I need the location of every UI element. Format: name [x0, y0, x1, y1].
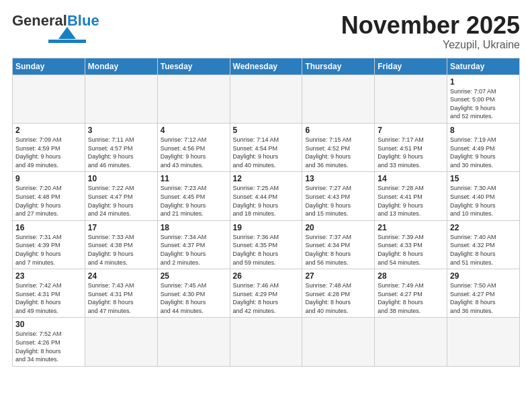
day-number: 30 — [15, 320, 82, 329]
table-row: 10Sunrise: 7:22 AM Sunset: 4:47 PM Dayli… — [85, 172, 157, 220]
day-number: 18 — [161, 223, 227, 232]
table-row — [375, 75, 447, 123]
table-row: 13Sunrise: 7:27 AM Sunset: 4:43 PM Dayli… — [302, 172, 375, 220]
day-info: Sunrise: 7:48 AM Sunset: 4:28 PM Dayligh… — [305, 281, 371, 315]
day-info: Sunrise: 7:19 AM Sunset: 4:49 PM Dayligh… — [450, 136, 517, 169]
table-row: 6Sunrise: 7:15 AM Sunset: 4:52 PM Daylig… — [302, 123, 375, 171]
table-row — [157, 75, 230, 123]
table-row — [230, 75, 302, 123]
table-row — [13, 75, 85, 123]
title-block: November 2025 Yezupil, Ukraine — [341, 12, 520, 51]
day-number: 27 — [305, 271, 371, 281]
day-info: Sunrise: 7:46 AM Sunset: 4:29 PM Dayligh… — [233, 281, 300, 315]
day-number: 26 — [233, 271, 300, 281]
day-info: Sunrise: 7:14 AM Sunset: 4:54 PM Dayligh… — [233, 136, 300, 169]
day-info: Sunrise: 7:12 AM Sunset: 4:56 PM Dayligh… — [161, 136, 227, 169]
header-tuesday: Tuesday — [157, 58, 230, 75]
header-thursday: Thursday — [302, 58, 375, 75]
table-row: 4Sunrise: 7:12 AM Sunset: 4:56 PM Daylig… — [157, 123, 230, 171]
table-row — [85, 318, 157, 366]
table-row — [157, 318, 230, 366]
header-friday: Friday — [375, 58, 447, 75]
page: General Blue November 2025 Yezupil, Ukra… — [0, 0, 532, 411]
day-number: 15 — [450, 174, 517, 183]
day-number: 8 — [450, 126, 517, 135]
table-row: 29Sunrise: 7:50 AM Sunset: 4:27 PM Dayli… — [447, 269, 520, 318]
table-row: 15Sunrise: 7:30 AM Sunset: 4:40 PM Dayli… — [447, 172, 520, 220]
table-row: 5Sunrise: 7:14 AM Sunset: 4:54 PM Daylig… — [230, 123, 302, 171]
table-row: 24Sunrise: 7:43 AM Sunset: 4:31 PM Dayli… — [85, 269, 157, 318]
day-info: Sunrise: 7:33 AM Sunset: 4:38 PM Dayligh… — [88, 233, 154, 267]
table-row: 17Sunrise: 7:33 AM Sunset: 4:38 PM Dayli… — [85, 220, 157, 269]
table-row: 30Sunrise: 7:52 AM Sunset: 4:26 PM Dayli… — [13, 318, 85, 366]
day-info: Sunrise: 7:07 AM Sunset: 5:00 PM Dayligh… — [450, 87, 517, 121]
day-number: 7 — [378, 126, 444, 135]
day-number: 14 — [378, 174, 444, 183]
day-number: 2 — [15, 126, 82, 135]
day-number: 22 — [450, 223, 517, 232]
day-number: 13 — [305, 174, 371, 183]
table-row: 1Sunrise: 7:07 AM Sunset: 5:00 PM Daylig… — [447, 75, 520, 123]
table-row: 28Sunrise: 7:49 AM Sunset: 4:27 PM Dayli… — [375, 269, 447, 318]
day-number: 9 — [15, 174, 82, 183]
day-number: 10 — [88, 174, 154, 183]
table-row: 2Sunrise: 7:09 AM Sunset: 4:59 PM Daylig… — [13, 123, 85, 171]
table-row — [447, 318, 520, 366]
table-row: 18Sunrise: 7:34 AM Sunset: 4:37 PM Dayli… — [157, 220, 230, 269]
day-number: 6 — [305, 126, 371, 135]
day-info: Sunrise: 7:22 AM Sunset: 4:47 PM Dayligh… — [88, 184, 154, 218]
day-info: Sunrise: 7:31 AM Sunset: 4:39 PM Dayligh… — [15, 233, 82, 267]
day-number: 11 — [161, 174, 227, 183]
day-info: Sunrise: 7:36 AM Sunset: 4:35 PM Dayligh… — [233, 233, 300, 267]
day-number: 29 — [450, 271, 517, 281]
day-number: 12 — [233, 174, 300, 183]
table-row: 11Sunrise: 7:23 AM Sunset: 4:45 PM Dayli… — [157, 172, 230, 220]
table-row — [85, 75, 157, 123]
day-number: 17 — [88, 223, 154, 232]
day-number: 19 — [233, 223, 300, 232]
table-row: 20Sunrise: 7:37 AM Sunset: 4:34 PM Dayli… — [302, 220, 375, 269]
table-row: 9Sunrise: 7:20 AM Sunset: 4:48 PM Daylig… — [13, 172, 85, 220]
calendar-table: Sunday Monday Tuesday Wednesday Thursday… — [12, 58, 520, 367]
table-row — [302, 318, 375, 366]
table-row — [230, 318, 302, 366]
day-info: Sunrise: 7:28 AM Sunset: 4:41 PM Dayligh… — [378, 184, 444, 218]
day-number: 23 — [15, 271, 82, 281]
day-info: Sunrise: 7:45 AM Sunset: 4:30 PM Dayligh… — [161, 281, 227, 315]
day-info: Sunrise: 7:37 AM Sunset: 4:34 PM Dayligh… — [305, 233, 371, 267]
day-info: Sunrise: 7:17 AM Sunset: 4:51 PM Dayligh… — [378, 136, 444, 169]
table-row: 26Sunrise: 7:46 AM Sunset: 4:29 PM Dayli… — [230, 269, 302, 318]
table-row — [302, 75, 375, 123]
calendar-header-row: Sunday Monday Tuesday Wednesday Thursday… — [13, 58, 520, 75]
header-sunday: Sunday — [13, 58, 85, 75]
day-info: Sunrise: 7:43 AM Sunset: 4:31 PM Dayligh… — [88, 281, 154, 315]
calendar-subtitle: Yezupil, Ukraine — [341, 39, 520, 51]
table-row: 25Sunrise: 7:45 AM Sunset: 4:30 PM Dayli… — [157, 269, 230, 318]
day-info: Sunrise: 7:30 AM Sunset: 4:40 PM Dayligh… — [450, 184, 517, 218]
calendar-title: November 2025 — [341, 12, 520, 39]
day-info: Sunrise: 7:09 AM Sunset: 4:59 PM Dayligh… — [15, 136, 82, 169]
header: General Blue November 2025 Yezupil, Ukra… — [12, 12, 520, 51]
logo: General Blue — [12, 12, 99, 43]
day-info: Sunrise: 7:49 AM Sunset: 4:27 PM Dayligh… — [378, 281, 444, 315]
table-row: 12Sunrise: 7:25 AM Sunset: 4:44 PM Dayli… — [230, 172, 302, 220]
header-wednesday: Wednesday — [230, 58, 302, 75]
day-info: Sunrise: 7:11 AM Sunset: 4:57 PM Dayligh… — [88, 136, 154, 169]
table-row: 27Sunrise: 7:48 AM Sunset: 4:28 PM Dayli… — [302, 269, 375, 318]
table-row: 3Sunrise: 7:11 AM Sunset: 4:57 PM Daylig… — [85, 123, 157, 171]
day-number: 28 — [378, 271, 444, 281]
day-info: Sunrise: 7:42 AM Sunset: 4:31 PM Dayligh… — [15, 281, 82, 315]
day-info: Sunrise: 7:25 AM Sunset: 4:44 PM Dayligh… — [233, 184, 300, 218]
day-info: Sunrise: 7:15 AM Sunset: 4:52 PM Dayligh… — [305, 136, 371, 169]
table-row: 16Sunrise: 7:31 AM Sunset: 4:39 PM Dayli… — [13, 220, 85, 269]
day-info: Sunrise: 7:23 AM Sunset: 4:45 PM Dayligh… — [161, 184, 227, 218]
day-info: Sunrise: 7:39 AM Sunset: 4:33 PM Dayligh… — [378, 233, 444, 267]
table-row — [375, 318, 447, 366]
table-row: 7Sunrise: 7:17 AM Sunset: 4:51 PM Daylig… — [375, 123, 447, 171]
day-info: Sunrise: 7:52 AM Sunset: 4:26 PM Dayligh… — [15, 330, 82, 363]
day-number: 25 — [161, 271, 227, 281]
table-row: 22Sunrise: 7:40 AM Sunset: 4:32 PM Dayli… — [447, 220, 520, 269]
day-number: 1 — [450, 77, 517, 87]
day-number: 21 — [378, 223, 444, 232]
day-number: 5 — [233, 126, 300, 135]
